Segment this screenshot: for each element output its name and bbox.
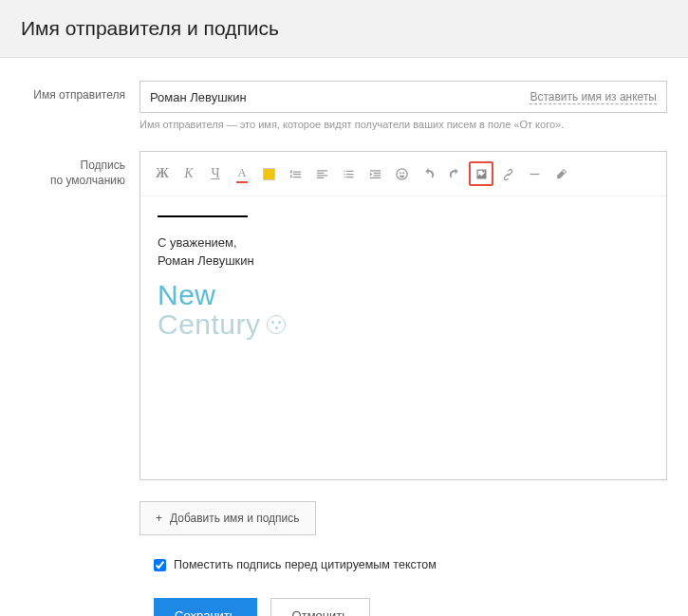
- list-button[interactable]: [336, 161, 361, 186]
- signature-field-col: Ж К Ч А: [139, 151, 667, 535]
- image-icon: [474, 167, 489, 181]
- sender-input-wrap: Вставить имя из анкеты: [139, 81, 667, 113]
- cancel-button[interactable]: Отменить: [270, 598, 370, 616]
- bg-color-swatch-icon: [263, 168, 275, 180]
- page-header: Имя отправителя и подпись: [0, 0, 688, 58]
- bold-button[interactable]: Ж: [150, 161, 175, 186]
- signature-divider: [158, 215, 248, 217]
- text-color-swatch-icon: [236, 181, 248, 183]
- settings-form: Имя отправителя Вставить имя из анкеты И…: [0, 58, 688, 616]
- editor-body[interactable]: С уважением, Роман Левушкин New Century: [140, 196, 666, 479]
- place-before-quote-label: Поместить подпись перед цитируемым текст…: [174, 558, 437, 571]
- font-size-button[interactable]: [283, 161, 307, 186]
- indent-button[interactable]: [363, 161, 387, 186]
- sender-field-col: Вставить имя из анкеты Имя отправителя —…: [139, 81, 667, 145]
- redo-icon: [448, 167, 462, 181]
- page-title: Имя отправителя и подпись: [21, 17, 667, 40]
- sender-hint: Имя отправителя — это имя, которое видят…: [139, 119, 667, 130]
- link-icon: [501, 167, 515, 181]
- eraser-icon: [554, 167, 568, 181]
- italic-button[interactable]: К: [177, 161, 201, 186]
- add-signature-button[interactable]: + Добавить имя и подпись: [139, 501, 316, 535]
- editor-toolbar: Ж К Ч А: [140, 152, 666, 196]
- sender-row: Имя отправителя Вставить имя из анкеты И…: [21, 81, 667, 145]
- sender-name-input[interactable]: [150, 90, 530, 104]
- clear-format-button[interactable]: [549, 161, 573, 186]
- add-signature-label: Добавить имя и подпись: [170, 512, 300, 525]
- place-before-quote-checkbox[interactable]: [154, 559, 166, 571]
- signature-logo: New Century: [158, 280, 649, 340]
- bg-color-button[interactable]: [256, 161, 281, 186]
- signature-label-line1: Подпись: [81, 159, 126, 172]
- plus-icon: +: [156, 512, 162, 525]
- font-size-icon: [288, 167, 303, 181]
- sender-label: Имя отправителя: [21, 81, 139, 145]
- hr-button[interactable]: [522, 161, 547, 186]
- align-icon: [315, 167, 329, 181]
- hr-icon: [528, 167, 542, 181]
- underline-button[interactable]: Ч: [203, 161, 228, 186]
- logo-bottom-text: Century: [158, 309, 261, 340]
- signature-name: Роман Левушкин: [158, 253, 254, 268]
- signature-row: Подпись по умолчанию Ж К Ч А: [21, 151, 667, 535]
- indent-icon: [368, 167, 382, 181]
- undo-icon: [421, 167, 436, 181]
- align-button[interactable]: [309, 161, 334, 186]
- signature-editor: Ж К Ч А: [139, 151, 667, 480]
- form-actions: Сохранить Отменить: [154, 598, 667, 616]
- insert-from-profile-link[interactable]: Вставить имя из анкеты: [530, 90, 657, 104]
- signature-greeting: С уважением,: [158, 235, 237, 250]
- save-button[interactable]: Сохранить: [154, 598, 257, 616]
- emoji-button[interactable]: [389, 161, 414, 186]
- signature-text: С уважением, Роман Левушкин: [158, 234, 649, 271]
- insert-image-button[interactable]: [469, 161, 493, 186]
- redo-button[interactable]: [442, 161, 467, 186]
- logo-word-top: New: [158, 280, 649, 310]
- logo-circle-icon: [267, 315, 286, 334]
- place-before-quote-row: Поместить подпись перед цитируемым текст…: [154, 558, 667, 571]
- text-color-letter: А: [237, 165, 246, 180]
- undo-button[interactable]: [416, 161, 440, 186]
- signature-label: Подпись по умолчанию: [21, 151, 139, 535]
- signature-label-line2: по умолчанию: [50, 174, 125, 187]
- link-button[interactable]: [495, 161, 520, 186]
- emoji-icon: [395, 167, 409, 181]
- logo-word-bottom: Century: [158, 309, 649, 340]
- text-color-button[interactable]: А: [230, 161, 254, 186]
- list-icon: [342, 167, 356, 181]
